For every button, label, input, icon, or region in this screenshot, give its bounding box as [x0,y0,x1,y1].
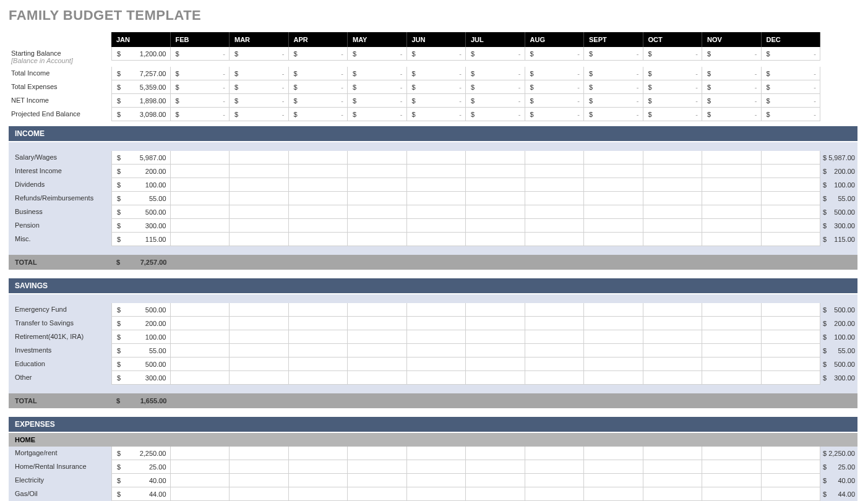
data-cell[interactable] [702,165,762,178]
data-cell[interactable] [348,165,407,178]
data-cell[interactable]: $100.00 [111,178,171,192]
data-cell[interactable] [407,151,466,165]
data-cell[interactable]: $25.00 [111,460,171,474]
data-cell[interactable] [525,303,585,317]
summary-cell[interactable]: $1,200.00 [111,47,171,61]
data-cell[interactable] [466,178,525,192]
data-cell[interactable] [584,474,643,487]
data-cell[interactable] [171,233,230,246]
data-cell[interactable] [466,371,525,385]
data-cell[interactable]: $100.00 [111,330,171,344]
data-cell[interactable] [525,447,585,460]
summary-cell[interactable]: $- [643,94,703,108]
summary-cell[interactable]: $- [762,67,821,80]
data-cell[interactable] [171,205,230,219]
data-cell[interactable] [348,474,407,487]
summary-cell[interactable]: $- [584,80,643,94]
data-cell[interactable] [466,460,525,474]
data-cell[interactable]: $2,250.00 [111,447,171,460]
data-cell[interactable] [407,192,466,205]
data-cell[interactable] [584,317,643,330]
data-cell[interactable] [762,447,821,460]
data-cell[interactable] [525,358,585,371]
data-cell[interactable] [230,330,289,344]
data-cell[interactable] [348,219,407,233]
data-cell[interactable] [466,303,525,317]
summary-cell[interactable]: $- [407,80,466,94]
summary-cell[interactable]: $- [289,47,348,61]
data-cell[interactable] [171,474,230,487]
summary-cell[interactable]: $- [762,94,821,108]
data-cell[interactable] [466,219,525,233]
summary-cell[interactable]: $- [289,94,348,108]
data-cell[interactable] [230,303,289,317]
data-cell[interactable] [289,151,348,165]
summary-cell[interactable]: $- [230,94,289,108]
summary-cell[interactable]: $- [762,80,821,94]
data-cell[interactable] [762,344,821,358]
data-cell[interactable]: $55.00 [111,192,171,205]
data-cell[interactable] [762,178,821,192]
data-cell[interactable] [230,358,289,371]
data-cell[interactable] [525,151,585,165]
data-cell[interactable] [348,233,407,246]
data-cell[interactable] [643,460,703,474]
data-cell[interactable] [289,192,348,205]
data-cell[interactable]: $500.00 [111,358,171,371]
summary-cell[interactable]: $- [702,67,762,80]
data-cell[interactable] [466,358,525,371]
data-cell[interactable] [171,460,230,474]
data-cell[interactable]: $200.00 [111,317,171,330]
summary-cell[interactable]: $- [525,80,585,94]
data-cell[interactable] [289,358,348,371]
data-cell[interactable] [230,233,289,246]
data-cell[interactable] [584,460,643,474]
summary-cell[interactable]: $- [702,94,762,108]
data-cell[interactable] [407,178,466,192]
data-cell[interactable] [643,151,703,165]
data-cell[interactable] [289,303,348,317]
summary-cell[interactable]: $- [525,67,585,80]
data-cell[interactable] [230,487,289,501]
summary-cell[interactable]: $- [643,80,703,94]
data-cell[interactable] [466,344,525,358]
summary-cell[interactable]: $1,898.00 [111,94,171,108]
data-cell[interactable] [643,447,703,460]
data-cell[interactable] [643,192,703,205]
data-cell[interactable] [348,447,407,460]
data-cell[interactable] [289,474,348,487]
data-cell[interactable] [525,233,585,246]
summary-cell[interactable]: $- [289,108,348,121]
summary-cell[interactable]: $- [702,80,762,94]
data-cell[interactable] [643,205,703,219]
data-cell[interactable] [762,317,821,330]
data-cell[interactable]: $5,987.00 [111,151,171,165]
data-cell[interactable] [348,330,407,344]
data-cell[interactable] [407,205,466,219]
data-cell[interactable] [407,330,466,344]
data-cell[interactable] [762,205,821,219]
data-cell[interactable] [230,474,289,487]
data-cell[interactable] [702,330,762,344]
data-cell[interactable] [584,165,643,178]
data-cell[interactable] [348,344,407,358]
data-cell[interactable] [525,192,585,205]
data-cell[interactable] [643,330,703,344]
data-cell[interactable] [702,303,762,317]
data-cell[interactable] [702,474,762,487]
data-cell[interactable] [289,205,348,219]
data-cell[interactable] [407,371,466,385]
data-cell[interactable] [230,219,289,233]
data-cell[interactable] [525,371,585,385]
summary-cell[interactable]: $- [584,108,643,121]
data-cell[interactable] [230,317,289,330]
data-cell[interactable] [171,151,230,165]
data-cell[interactable] [230,205,289,219]
data-cell[interactable] [643,233,703,246]
data-cell[interactable] [348,303,407,317]
data-cell[interactable] [171,330,230,344]
data-cell[interactable] [584,487,643,501]
data-cell[interactable] [643,344,703,358]
data-cell[interactable] [289,317,348,330]
summary-cell[interactable]: $- [171,80,230,94]
